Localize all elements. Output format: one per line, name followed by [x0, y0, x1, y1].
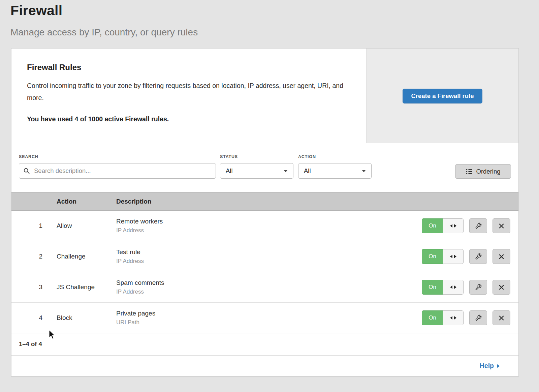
- rule-index: 4: [11, 314, 57, 322]
- delete-rule-button[interactable]: [493, 249, 510, 264]
- rule-description: Spam comments IP Address: [116, 279, 422, 295]
- action-select[interactable]: All: [298, 163, 372, 179]
- filters-section: SEARCH STATUS All ACTION: [11, 143, 518, 192]
- delete-rule-button[interactable]: [493, 310, 510, 325]
- usage-text: You have used 4 of 1000 active Firewall …: [27, 115, 346, 123]
- toggle-arrows-icon[interactable]: [443, 310, 464, 325]
- ordering-button-label: Ordering: [476, 168, 501, 175]
- edit-rule-button[interactable]: [469, 249, 487, 264]
- firewall-card: Firewall Rules Control incoming traffic …: [11, 48, 519, 376]
- edit-rule-button[interactable]: [469, 280, 487, 295]
- table-header-row: Action Description: [11, 192, 518, 211]
- rule-match-type: IP Address: [116, 258, 422, 265]
- card-header-main: Firewall Rules Control incoming traffic …: [11, 49, 366, 143]
- status-select[interactable]: All: [220, 163, 293, 179]
- ordering-button[interactable]: Ordering: [455, 164, 511, 179]
- rule-description: Test rule IP Address: [116, 248, 422, 265]
- action-select-value: All: [304, 167, 311, 175]
- close-icon: [499, 223, 504, 229]
- help-link-label: Help: [480, 362, 494, 370]
- toggle-arrows-icon[interactable]: [443, 280, 464, 295]
- chevron-down-icon: [362, 170, 366, 172]
- rule-controls: On: [422, 218, 518, 233]
- toggle-on-label: On: [422, 280, 443, 295]
- toggle-on-label: On: [422, 218, 443, 233]
- rule-title: Remote workers: [116, 218, 422, 225]
- action-label: ACTION: [298, 154, 372, 160]
- ordering-group: Ordering: [455, 154, 511, 179]
- wrench-icon: [475, 253, 482, 260]
- toggle-on-label: On: [422, 249, 443, 264]
- close-icon: [499, 315, 504, 321]
- wrench-icon: [475, 284, 482, 291]
- card-description: Control incoming traffic to your zone by…: [27, 80, 346, 104]
- toggle-arrows-icon[interactable]: [443, 249, 464, 264]
- edit-rule-button[interactable]: [469, 218, 487, 233]
- ordered-list-icon: [466, 169, 473, 175]
- rule-description: Private pages URI Path: [116, 310, 422, 326]
- table-row: 1 Allow Remote workers IP Address On: [11, 211, 518, 241]
- card-heading: Firewall Rules: [27, 63, 346, 72]
- pagination-status: 1–4 of 4: [11, 333, 518, 355]
- card-header-aside: Create a Firewall rule: [366, 49, 518, 143]
- card-footer: Help: [11, 355, 518, 376]
- status-filter-group: STATUS All: [220, 154, 293, 179]
- rule-action: Allow: [57, 222, 116, 230]
- header-action: Action: [57, 198, 116, 205]
- rule-controls: On: [422, 249, 518, 264]
- help-link[interactable]: Help: [480, 362, 500, 370]
- table-row: 4 Block Private pages URI Path On: [11, 303, 518, 333]
- toggle-arrows-icon[interactable]: [443, 218, 464, 233]
- rule-title: Spam comments: [116, 279, 422, 287]
- rule-enabled-toggle[interactable]: On: [422, 218, 464, 233]
- rule-action: Block: [57, 314, 116, 322]
- delete-rule-button[interactable]: [493, 218, 510, 233]
- firewall-page: Firewall Manage access by IP, country, o…: [0, 0, 539, 392]
- rule-enabled-toggle[interactable]: On: [422, 310, 464, 325]
- rule-index: 2: [11, 253, 57, 260]
- search-filter-group: SEARCH: [19, 154, 216, 179]
- edit-rule-button[interactable]: [469, 310, 487, 325]
- rule-action: JS Challenge: [57, 283, 116, 291]
- card-header: Firewall Rules Control incoming traffic …: [11, 49, 518, 143]
- rule-index: 1: [11, 222, 57, 230]
- search-input[interactable]: [19, 163, 216, 179]
- close-icon: [499, 284, 504, 290]
- status-select-value: All: [226, 167, 233, 175]
- header-description: Description: [116, 198, 422, 205]
- table-row: 3 JS Challenge Spam comments IP Address …: [11, 272, 518, 303]
- action-filter-group: ACTION All: [298, 154, 372, 179]
- rule-match-type: IP Address: [116, 227, 422, 234]
- rule-match-type: IP Address: [116, 289, 422, 295]
- status-label: STATUS: [220, 154, 293, 160]
- chevron-down-icon: [284, 170, 288, 172]
- rule-description: Remote workers IP Address: [116, 218, 422, 234]
- rule-match-type: URI Path: [116, 319, 422, 326]
- rule-title: Private pages: [116, 310, 422, 317]
- rule-controls: On: [422, 310, 518, 325]
- delete-rule-button[interactable]: [493, 280, 510, 295]
- firewall-rules-table: Action Description 1 Allow Remote worker…: [11, 192, 518, 333]
- rule-title: Test rule: [116, 248, 422, 256]
- triangle-right-icon: [497, 364, 500, 368]
- wrench-icon: [475, 314, 482, 321]
- page-title: Firewall: [10, 3, 62, 19]
- rule-action: Challenge: [57, 253, 116, 260]
- close-icon: [499, 254, 504, 260]
- page-subtitle: Manage access by IP, country, or query r…: [10, 27, 198, 38]
- search-box: [19, 163, 216, 179]
- search-icon: [23, 168, 30, 174]
- rule-enabled-toggle[interactable]: On: [422, 280, 464, 295]
- rule-enabled-toggle[interactable]: On: [422, 249, 464, 264]
- rule-index: 3: [11, 283, 57, 291]
- rule-controls: On: [422, 280, 518, 295]
- create-firewall-rule-button[interactable]: Create a Firewall rule: [403, 89, 482, 103]
- search-label: SEARCH: [19, 154, 216, 160]
- toggle-on-label: On: [422, 310, 443, 325]
- table-row: 2 Challenge Test rule IP Address On: [11, 241, 518, 272]
- wrench-icon: [475, 222, 482, 229]
